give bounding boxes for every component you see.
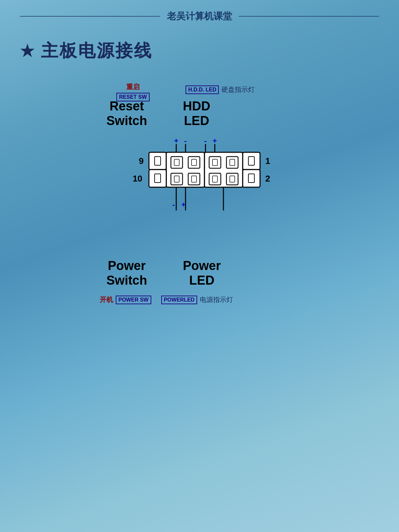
reset-line1: Reset <box>106 99 147 114</box>
power-led-text: Power LED <box>183 259 221 288</box>
svg-text:1: 1 <box>265 156 270 166</box>
hdd-line2: LED <box>183 114 210 128</box>
svg-rect-12 <box>174 159 179 166</box>
svg-text:+: + <box>213 137 217 145</box>
label-hdd-led: H.D.D. LED 硬盘指示灯 <box>186 85 255 94</box>
svg-text:-: - <box>184 137 187 145</box>
svg-text:9: 9 <box>139 156 144 166</box>
dianyuan-label: 电源指示灯 <box>200 295 233 304</box>
svg-rect-14 <box>192 159 197 166</box>
power-led-line2: LED <box>183 273 221 288</box>
diagram-container: 重启 RESET SW H.D.D. LED 硬盘指示灯 Reset Switc… <box>100 82 299 315</box>
svg-rect-25 <box>212 176 217 182</box>
svg-text:10: 10 <box>133 174 142 184</box>
power-led-badge: POWERLED <box>161 296 197 304</box>
kaiji-label: 开机 <box>100 295 113 304</box>
header-line-left <box>20 16 160 17</box>
page-title: 主板电源接线 <box>41 39 153 63</box>
label-reset-sw: 重启 RESET SW <box>116 82 150 101</box>
diagram-area: 重启 RESET SW H.D.D. LED 硬盘指示灯 Reset Switc… <box>0 69 399 315</box>
hdd-led-badge: H.D.D. LED <box>186 85 219 94</box>
connector-diagram: + - - + <box>100 134 299 267</box>
svg-text:2: 2 <box>265 174 270 184</box>
star-icon: ★ <box>20 42 34 60</box>
svg-rect-31 <box>155 174 161 183</box>
header: 老吴计算机课堂 <box>0 0 399 26</box>
page-title-area: ★ 主板电源接线 <box>0 26 399 69</box>
svg-rect-18 <box>192 176 197 182</box>
svg-rect-16 <box>174 176 179 182</box>
chongqi-label: 重启 <box>116 82 150 91</box>
hdd-line1: HDD <box>183 99 210 114</box>
power-switch-text: Power Switch <box>106 259 147 288</box>
header-title: 老吴计算机课堂 <box>160 10 239 23</box>
bottom-badges: 开机 POWER SW POWERLED 电源指示灯 <box>100 295 233 304</box>
reset-switch-text: Reset Switch <box>106 99 147 128</box>
reset-line2: Switch <box>106 114 147 128</box>
svg-text:-: - <box>204 137 206 145</box>
header-line-right <box>239 16 379 17</box>
hdd-led-text: HDD LED <box>183 99 210 128</box>
yingpan-label: 硬盘指示灯 <box>221 85 255 94</box>
svg-text:-: - <box>172 200 175 209</box>
svg-rect-21 <box>212 159 217 166</box>
svg-text:+: + <box>174 137 179 145</box>
svg-rect-23 <box>230 159 235 166</box>
svg-rect-9 <box>155 157 161 165</box>
power-switch-line1: Power <box>106 259 147 273</box>
svg-rect-27 <box>230 176 235 182</box>
svg-rect-29 <box>248 157 254 165</box>
power-sw-badge: POWER SW <box>116 296 151 304</box>
svg-text:+: + <box>182 200 186 209</box>
svg-rect-33 <box>248 174 254 183</box>
power-led-line1: Power <box>183 259 221 273</box>
power-switch-line2: Switch <box>106 273 147 288</box>
